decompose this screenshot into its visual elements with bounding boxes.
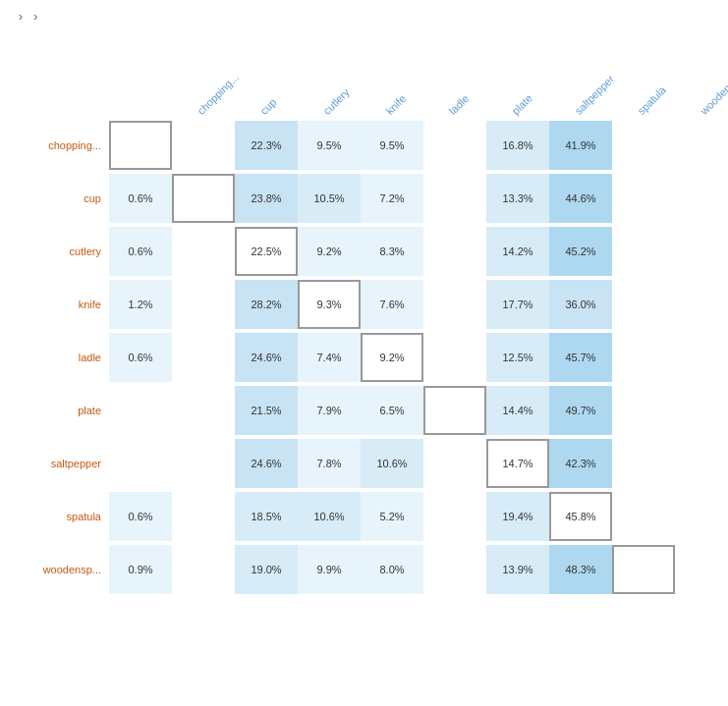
matrix-row-spatula: spatula0.6%18.5%10.6%5.2%19.4%45.8% — [30, 490, 728, 543]
cell-r0-c7: 41.9% — [549, 121, 612, 170]
cell-r2-c1 — [172, 227, 235, 276]
cell-r3-c5 — [423, 280, 486, 329]
cell-r8-c0: 0.9% — [109, 545, 172, 594]
cell-r4-c8 — [612, 333, 675, 382]
breadcrumb-sep1: › — [19, 10, 23, 24]
col-header-spatula: spatula — [628, 38, 691, 117]
matrix-row-cutlery: cutlery0.6%22.5%9.2%8.3%14.2%45.2% — [30, 225, 728, 278]
row-label-ladle: ladle — [30, 352, 109, 363]
cell-r4-c1 — [172, 333, 235, 382]
breadcrumb: › › — [15, 10, 713, 24]
cell-r1-c2: 23.8% — [235, 174, 298, 223]
row-label-woodensp...: woodensp... — [30, 564, 109, 575]
cell-r5-c4: 6.5% — [361, 386, 423, 435]
cell-r4-c6: 12.5% — [486, 333, 549, 382]
cell-r3-c1 — [172, 280, 235, 329]
col-header-cutlery: cutlery — [313, 38, 376, 117]
cell-r6-c7: 42.3% — [549, 439, 612, 488]
cell-r5-c8 — [612, 386, 675, 435]
cell-r4-c2: 24.6% — [235, 333, 298, 382]
cell-r4-c5 — [423, 333, 486, 382]
cell-r1-c4: 7.2% — [361, 174, 423, 223]
cell-r2-c6: 14.2% — [486, 227, 549, 276]
cell-r7-c5 — [423, 492, 486, 541]
cell-r2-c5 — [423, 227, 486, 276]
cell-r1-c8 — [612, 174, 675, 223]
cell-r1-c1 — [172, 174, 235, 223]
cell-r2-c0: 0.6% — [109, 227, 172, 276]
col-header-ladle: ladle — [439, 38, 502, 117]
cell-r1-c6: 13.3% — [486, 174, 549, 223]
cell-r0-c1 — [172, 121, 235, 170]
matrix-row-ladle: ladle0.6%24.6%7.4%9.2%12.5%45.7% — [30, 331, 728, 384]
cell-r3-c3: 9.3% — [298, 280, 361, 329]
cell-r4-c0: 0.6% — [109, 333, 172, 382]
row-label-chopping...: chopping... — [30, 139, 109, 151]
cell-r5-c6: 14.4% — [486, 386, 549, 435]
cell-r0-c3: 9.5% — [298, 121, 361, 170]
row-label-cutlery: cutlery — [30, 245, 109, 257]
row-label-plate: plate — [30, 405, 109, 416]
cell-r0-c2: 22.3% — [235, 121, 298, 170]
cell-r2-c3: 9.2% — [298, 227, 361, 276]
row-label-spatula: spatula — [30, 511, 109, 522]
cell-r2-c2: 22.5% — [235, 227, 298, 276]
cell-r7-c6: 19.4% — [486, 492, 549, 541]
cell-r6-c1 — [172, 439, 235, 488]
cell-r1-c3: 10.5% — [298, 174, 361, 223]
matrix-body: chopping...22.3%9.5%9.5%16.8%41.9%cup0.6… — [30, 119, 728, 596]
matrix-row-saltpepper: saltpepper24.6%7.8%10.6%14.7%42.3% — [30, 437, 728, 490]
cell-r6-c0 — [109, 439, 172, 488]
col-header-woodensp...: woodensp... — [691, 38, 728, 117]
breadcrumb-sep2: › — [33, 10, 37, 24]
cell-r0-c8 — [612, 121, 675, 170]
matrix-row-knife: knife1.2%28.2%9.3%7.6%17.7%36.0% — [30, 278, 728, 331]
cell-r8-c5 — [423, 545, 486, 594]
col-header-chopping...: chopping... — [188, 38, 251, 117]
cell-r2-c4: 8.3% — [361, 227, 423, 276]
matrix-row-plate: plate21.5%7.9%6.5%14.4%49.7% — [30, 384, 728, 437]
row-label-cup: cup — [30, 192, 109, 204]
row-label-saltpepper: saltpepper — [30, 458, 109, 469]
cell-r5-c5 — [423, 386, 486, 435]
cell-r2-c8 — [612, 227, 675, 276]
cell-r7-c1 — [172, 492, 235, 541]
cell-r5-c7: 49.7% — [549, 386, 612, 435]
matrix-row-woodensp...: woodensp...0.9%19.0%9.9%8.0%13.9%48.3% — [30, 543, 728, 596]
cell-r1-c5 — [423, 174, 486, 223]
cell-r3-c8 — [612, 280, 675, 329]
matrix-row-chopping...: chopping...22.3%9.5%9.5%16.8%41.9% — [30, 119, 728, 172]
cell-r3-c4: 7.6% — [361, 280, 423, 329]
cell-r6-c8 — [612, 439, 675, 488]
cell-r5-c2: 21.5% — [235, 386, 298, 435]
cell-r7-c2: 18.5% — [235, 492, 298, 541]
cell-r7-c8 — [612, 492, 675, 541]
col-header-saltpepper: saltpepper — [565, 38, 628, 117]
cell-r7-c4: 5.2% — [361, 492, 423, 541]
cell-r1-c7: 44.6% — [549, 174, 612, 223]
col-headers-row: chopping...cupcutleryknifeladleplatesalt… — [109, 38, 728, 117]
cell-r6-c2: 24.6% — [235, 439, 298, 488]
cell-r6-c5 — [423, 439, 486, 488]
cell-r0-c5 — [423, 121, 486, 170]
col-header-plate: plate — [502, 38, 565, 117]
cell-r4-c3: 7.4% — [298, 333, 361, 382]
cell-r0-c6: 16.8% — [486, 121, 549, 170]
cell-r5-c3: 7.9% — [298, 386, 361, 435]
cell-r4-c4: 9.2% — [361, 333, 423, 382]
cell-r3-c0: 1.2% — [109, 280, 172, 329]
cell-r5-c0 — [109, 386, 172, 435]
cell-r1-c0: 0.6% — [109, 174, 172, 223]
cell-r7-c3: 10.6% — [298, 492, 361, 541]
cell-r8-c8 — [612, 545, 675, 594]
cell-r8-c7: 48.3% — [549, 545, 612, 594]
cell-r4-c7: 45.7% — [549, 333, 612, 382]
cell-r8-c2: 19.0% — [235, 545, 298, 594]
cell-r3-c2: 28.2% — [235, 280, 298, 329]
cell-r6-c3: 7.8% — [298, 439, 361, 488]
matrix-wrapper: chopping...cupcutleryknifeladleplatesalt… — [30, 38, 728, 596]
matrix-row-cup: cup0.6%23.8%10.5%7.2%13.3%44.6% — [30, 172, 728, 225]
cell-r7-c7: 45.8% — [549, 492, 612, 541]
cell-r0-c4: 9.5% — [361, 121, 423, 170]
cell-r0-c0 — [109, 121, 172, 170]
